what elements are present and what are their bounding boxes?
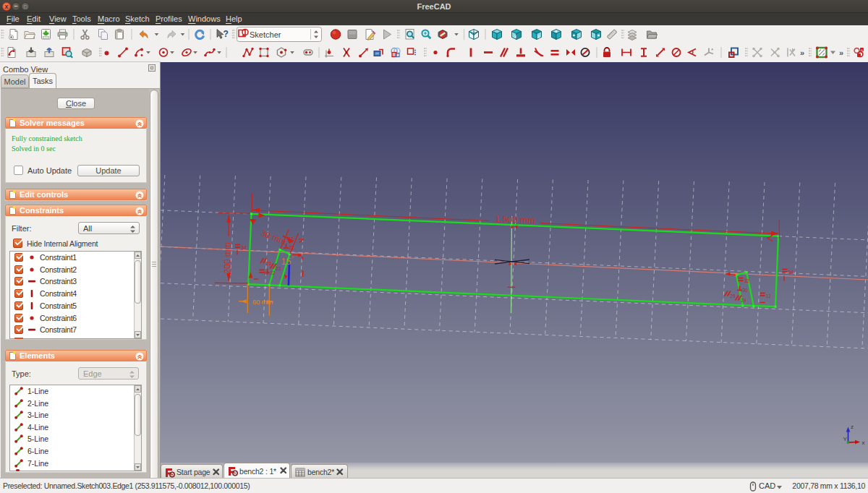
svg-text:200 mm: 200 mm bbox=[223, 242, 233, 273]
svg-text:»: » bbox=[839, 48, 843, 57]
svg-text:12: 12 bbox=[289, 236, 294, 241]
svg-text:+: + bbox=[861, 48, 863, 52]
svg-text:60 mm: 60 mm bbox=[252, 298, 273, 306]
svg-text:22: 22 bbox=[289, 245, 295, 250]
svg-text:32: 32 bbox=[744, 278, 750, 283]
svg-text:23: 23 bbox=[266, 261, 272, 266]
svg-text:22: 22 bbox=[271, 270, 276, 275]
svg-text:34: 34 bbox=[242, 245, 247, 250]
svg-text:»: » bbox=[800, 48, 804, 57]
svg-text:z: z bbox=[851, 424, 854, 430]
svg-text:12: 12 bbox=[264, 270, 270, 275]
svg-text:x: x bbox=[862, 440, 865, 446]
svg-text:23: 23 bbox=[276, 266, 282, 271]
svg-text:34: 34 bbox=[788, 270, 794, 275]
svg-text:29: 29 bbox=[731, 293, 736, 299]
svg-text:12: 12 bbox=[766, 293, 772, 299]
svg-text:°: ° bbox=[292, 255, 294, 262]
svg-text:Sketcher: Sketcher bbox=[250, 30, 281, 39]
svg-text:Y: Y bbox=[843, 436, 848, 442]
svg-text:29: 29 bbox=[741, 298, 747, 303]
svg-text:30: 30 bbox=[743, 288, 749, 293]
svg-text:x: x bbox=[514, 34, 517, 39]
svg-text:x: x bbox=[537, 34, 540, 39]
svg-text:?: ? bbox=[224, 29, 229, 39]
svg-text:15: 15 bbox=[281, 257, 292, 267]
svg-text:1.500 mm: 1.500 mm bbox=[495, 214, 535, 226]
